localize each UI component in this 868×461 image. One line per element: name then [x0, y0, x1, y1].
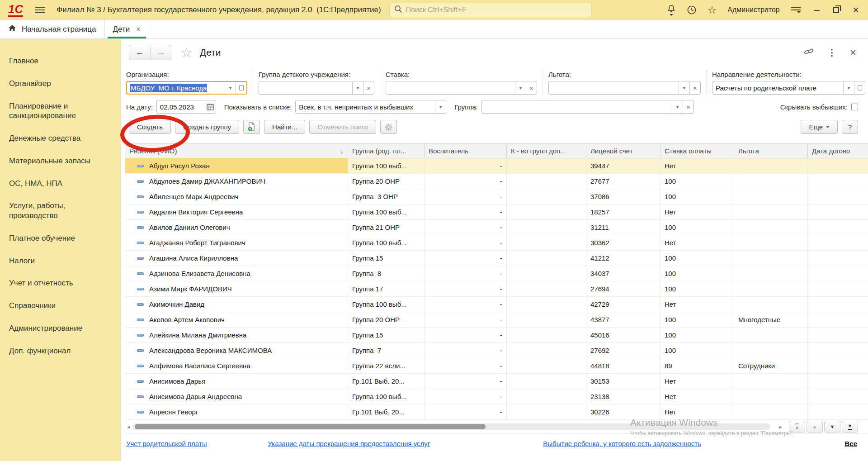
column-header-extra-groups[interactable]: К - во групп доп... [507, 143, 586, 158]
group-filter-combo[interactable]: ▾ × [481, 100, 694, 114]
column-header-group[interactable]: Группа (род. пл... [348, 143, 425, 158]
table-row[interactable]: Абдул Расул Рохан Группа 100 выб... - 39… [125, 158, 868, 174]
benefit-clear-icon[interactable]: × [689, 81, 700, 94]
service-menu-icon[interactable] [791, 7, 801, 13]
table-row[interactable]: Абдулоев Дамир ДЖАХАНГИРОВИЧ Группа 20 О… [125, 174, 868, 189]
column-header-child-name[interactable]: Ребенок (ФИО) ↓ [125, 143, 348, 158]
create-group-button[interactable]: Создать группу [175, 120, 239, 134]
create-button[interactable]: Создать [129, 120, 171, 134]
group-inst-clear-icon[interactable]: × [363, 81, 374, 94]
table-row[interactable]: Агаджанян Роберт Тигранович Группа 100 в… [125, 235, 868, 251]
sidebar-item[interactable]: Справочники [0, 295, 121, 317]
show-in-list-dropdown-icon[interactable]: ▾ [435, 100, 446, 113]
date-field[interactable]: 02.05.2023 [156, 100, 216, 114]
column-header-pay-rate[interactable]: Ставка оплаты [660, 143, 734, 158]
window-minimize-button[interactable]: – [811, 8, 822, 12]
sidebar-item[interactable]: Главное [0, 50, 121, 72]
table-row[interactable]: Апресян Геворг Гр.101 Выб. 20... - 30226… [125, 404, 868, 420]
tab-close-icon[interactable]: × [136, 25, 140, 33]
current-user[interactable]: Администратор [727, 6, 779, 14]
column-header-contract-date[interactable]: Дата догово [808, 143, 868, 158]
sidebar-item[interactable]: Платное обучение [0, 227, 121, 250]
group-filter-dropdown-icon[interactable]: ▾ [672, 100, 683, 113]
hide-departed-checkbox[interactable] [851, 104, 858, 110]
calendar-icon[interactable] [205, 100, 216, 113]
find-button[interactable]: Найти... [264, 120, 305, 134]
more-actions-button[interactable]: Еще [801, 120, 838, 134]
tab-home[interactable]: Начальная страница [0, 20, 105, 38]
sidebar-item[interactable]: Налоги [0, 250, 121, 272]
org-dropdown-icon[interactable]: ▾ [225, 82, 236, 94]
sidebar-item[interactable]: Органайзер [0, 72, 121, 95]
add-to-favorites-star-icon[interactable]: ☆ [180, 46, 193, 59]
table-row[interactable]: Акопов Артем Акопович Группа 20 ОНР - 43… [125, 312, 868, 328]
tab-deti[interactable]: Дети × [105, 20, 149, 38]
show-in-list-combo[interactable]: Всех, в т.ч. непринятых и выбывших ▾ [295, 100, 446, 114]
scroll-left-icon[interactable]: ◂ [125, 423, 132, 430]
table-row[interactable]: Александрова Вероника МАКСИМОВА Группа 7… [125, 343, 868, 358]
direction-combo[interactable]: Расчеты по родительской плате ▾ [712, 81, 865, 95]
direction-open-icon[interactable] [854, 81, 865, 94]
go-to-bottom-button[interactable]: ▼ [842, 421, 858, 432]
table-row[interactable]: Агашина Алиса Кирилловна Группа 15 - 412… [125, 251, 868, 266]
create-new-document-icon[interactable] [243, 120, 260, 134]
table-row[interactable]: Анисимова Дарья Гр.101 Выб. 20... - 3015… [125, 374, 868, 389]
group-inst-dropdown-icon[interactable]: ▾ [352, 81, 363, 94]
forward-button[interactable]: → [150, 45, 171, 60]
sidebar-item[interactable]: Услуги, работы, производство [0, 195, 121, 227]
direction-dropdown-icon[interactable]: ▾ [843, 81, 854, 94]
scrollbar-thumb[interactable] [135, 424, 486, 429]
org-open-icon[interactable] [236, 82, 246, 94]
cell-extra-groups [507, 328, 586, 342]
scroll-right-icon[interactable]: ▸ [777, 423, 784, 430]
link-service-termination-date[interactable]: Указание даты прекращения предоставления… [268, 440, 430, 447]
sidebar-item[interactable]: Планирование и санкционирование [0, 95, 121, 128]
next-page-button[interactable]: ▼ [824, 421, 840, 432]
window-restore-button[interactable] [833, 7, 839, 13]
table-row[interactable]: Абиленцев Марк Андреевич Группа 3 ОНР - … [125, 189, 868, 204]
notifications-bell-icon[interactable] [667, 5, 676, 16]
panel-close-icon[interactable]: × [850, 47, 856, 58]
rate-clear-icon[interactable]: × [526, 81, 537, 94]
window-close-button[interactable]: × [850, 5, 862, 15]
hamburger-menu-icon[interactable] [35, 7, 45, 13]
sidebar-item[interactable]: Материальные запасы [0, 150, 121, 172]
link-child-departure-debt[interactable]: Выбытие ребенка, у которого есть задолже… [543, 440, 701, 447]
global-search-input[interactable]: Поиск Ctrl+Shift+F [389, 3, 592, 17]
table-row[interactable]: Азими Марк ФАРИДОВИЧ Группа 17 - 27694 1… [125, 281, 868, 297]
get-link-icon[interactable] [804, 47, 814, 58]
go-to-top-button[interactable]: ▲ [789, 421, 805, 432]
table-row[interactable]: Авилов Даниил Олегович Группа 21 ОНР - 3… [125, 220, 868, 235]
favorites-star-icon[interactable]: ☆ [708, 5, 717, 15]
history-icon[interactable] [687, 5, 697, 15]
link-all-commands[interactable]: Все [844, 440, 857, 447]
org-combo[interactable]: МБДОУ МО г. Краснода ▾ [126, 81, 247, 95]
link-parent-payment[interactable]: Учет родительской платы [126, 440, 207, 447]
sidebar-item[interactable]: Доп. функционал [0, 340, 121, 362]
sidebar-item[interactable]: ОС, НМА, НПА [0, 172, 121, 195]
column-header-tutor[interactable]: Воспитатель [425, 143, 507, 158]
horizontal-scrollbar[interactable] [132, 423, 771, 430]
configure-list-gear-icon[interactable] [380, 120, 397, 134]
sidebar-item[interactable]: Администрирование [0, 317, 121, 340]
sidebar-item[interactable]: Денежные средства [0, 127, 121, 150]
benefit-dropdown-icon[interactable]: ▾ [679, 81, 689, 94]
group-inst-combo[interactable]: ▾ × [259, 81, 374, 95]
more-menu-icon[interactable]: ⋮ [827, 47, 836, 58]
table-row[interactable]: Алфимова Василиса Сергеевна Группа 22 яс… [125, 358, 868, 374]
rate-combo[interactable]: ▾ × [386, 81, 537, 95]
group-filter-clear-icon[interactable]: × [683, 100, 693, 113]
table-row[interactable]: Алейкина Милана Дмитриевна Группа 15 - 4… [125, 328, 868, 343]
sidebar-item[interactable]: Учет и отчетность [0, 272, 121, 295]
rate-dropdown-icon[interactable]: ▾ [515, 81, 526, 94]
column-header-account[interactable]: Лицевой счет [586, 143, 660, 158]
table-row[interactable]: Акимочкин Давид Группа 100 выб... - 4272… [125, 297, 868, 312]
back-button[interactable]: ← [129, 45, 150, 60]
previous-page-button[interactable]: ▲ [807, 421, 823, 432]
table-row[interactable]: Адзинова Елизавета Денисовна Группа 8 - … [125, 266, 868, 281]
table-row[interactable]: Анисимова Дарья Андреевна Группа 100 выб… [125, 389, 868, 404]
help-button[interactable]: ? [842, 120, 858, 134]
benefit-combo[interactable]: ▾ × [548, 81, 701, 95]
table-row[interactable]: Авдалян Виктория Сергеевна Группа 100 вы… [125, 204, 868, 220]
column-header-benefit[interactable]: Льгота [734, 143, 808, 158]
